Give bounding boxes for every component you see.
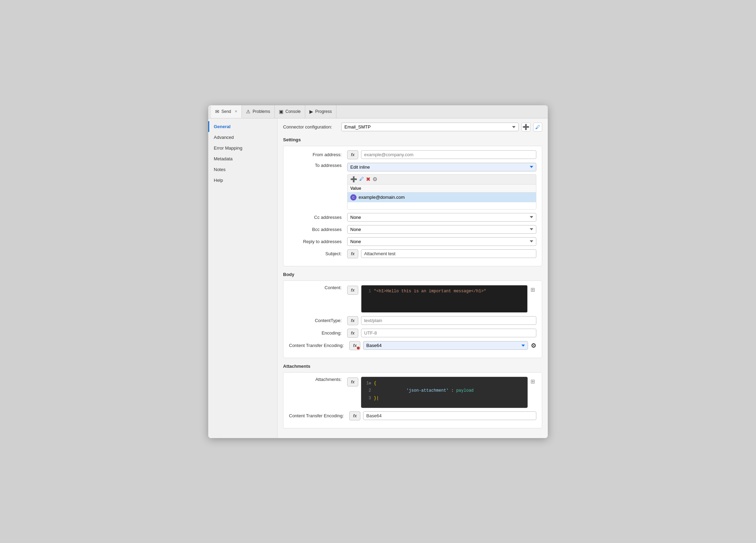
connector-config-select[interactable]: Email_SMTP bbox=[341, 123, 519, 131]
bcc-label: Bcc addresses bbox=[289, 227, 344, 232]
connector-config-label: Connector configuration: bbox=[283, 124, 339, 130]
encoding-label: Encoding: bbox=[289, 330, 344, 336]
content-editor-wrapper: 1 "<h1>Hello this is an important messag… bbox=[361, 285, 536, 313]
from-address-input[interactable] bbox=[361, 150, 536, 159]
content-code-editor[interactable]: 1 "<h1>Hello this is an important messag… bbox=[361, 285, 528, 313]
email-avatar: C bbox=[350, 194, 357, 201]
content-type-row: ContentType: fx bbox=[289, 316, 536, 325]
bcc-select[interactable]: None bbox=[347, 225, 536, 234]
transfer-encoding-label: Content Transfer Encoding: bbox=[289, 343, 346, 348]
attachments-section-header: Attachments bbox=[283, 364, 542, 369]
sidebar-item-metadata[interactable]: Metadata bbox=[208, 153, 277, 164]
tab-problems-label: Problems bbox=[253, 109, 270, 114]
to-addresses-row: To addresses Edit inline ➕ 🖊 ✖ ⚙ bbox=[289, 163, 536, 210]
bcc-addresses-row: Bcc addresses None bbox=[289, 225, 536, 234]
transfer-encoding-row: Content Transfer Encoding: fx Base64 ⚙ bbox=[289, 341, 536, 350]
sidebar-item-general[interactable]: General bbox=[208, 121, 277, 132]
body-form: Content: fx 1 "<h1>Hello this is an impo… bbox=[283, 281, 542, 358]
email-table: Value C example@domain.com bbox=[347, 185, 536, 210]
reply-to-select[interactable]: None bbox=[347, 237, 536, 246]
content-type-fx-button[interactable]: fx bbox=[347, 316, 358, 325]
attach-gutter: 1⊖ 2 3 bbox=[364, 380, 371, 405]
attach-content: { 'json-attachment' : payload }| bbox=[374, 380, 525, 405]
attach-transfer-fx-button[interactable]: fx bbox=[349, 411, 360, 420]
attach-line3: 3 bbox=[364, 395, 371, 402]
edit-email-button[interactable]: 🖊 bbox=[359, 177, 364, 182]
sidebar: General Advanced Error Mapping Metadata … bbox=[208, 118, 278, 438]
reply-to-row: Reply to addresses None bbox=[289, 237, 536, 246]
tab-progress[interactable]: ▶ Progress bbox=[305, 105, 336, 118]
add-email-button[interactable]: ➕ bbox=[350, 177, 357, 182]
transfer-encoding-settings-icon[interactable]: ⚙ bbox=[531, 342, 536, 349]
sidebar-general-label: General bbox=[214, 124, 230, 129]
inline-toolbar: ➕ 🖊 ✖ ⚙ bbox=[347, 174, 536, 185]
settings-section-header: Settings bbox=[283, 137, 542, 142]
encoding-input[interactable] bbox=[361, 329, 536, 337]
sidebar-item-notes[interactable]: Notes bbox=[208, 164, 277, 175]
progress-tab-icon: ▶ bbox=[309, 109, 313, 114]
content-area: Connector configuration: Email_SMTP ➕ 🖊 … bbox=[278, 118, 548, 438]
tab-console[interactable]: ▣ Console bbox=[275, 105, 305, 118]
main-window: ✉ Send ✕ ⚠ Problems ▣ Console ▶ Progress… bbox=[208, 105, 548, 438]
tab-problems[interactable]: ⚠ Problems bbox=[242, 105, 275, 118]
content-fx-button[interactable]: fx bbox=[347, 286, 358, 295]
sidebar-item-advanced[interactable]: Advanced bbox=[208, 132, 277, 143]
email-table-row[interactable]: C example@domain.com bbox=[348, 193, 536, 202]
settings-form: From address: fx To addresses Edit inlin… bbox=[283, 146, 542, 266]
subject-fx-button[interactable]: fx bbox=[347, 249, 358, 258]
to-addresses-select[interactable]: Edit inline bbox=[347, 163, 536, 171]
expand-icon[interactable]: ⊞ bbox=[529, 285, 536, 294]
attachments-fx-button[interactable]: fx bbox=[347, 377, 358, 386]
reply-to-label: Reply to addresses bbox=[289, 239, 344, 244]
sidebar-metadata-label: Metadata bbox=[214, 156, 232, 161]
sidebar-notes-label: Notes bbox=[214, 167, 226, 172]
edit-connector-button[interactable]: 🖊 bbox=[533, 123, 542, 132]
add-connector-button[interactable]: ➕ bbox=[521, 123, 530, 132]
transfer-encoding-select[interactable]: Base64 bbox=[363, 341, 528, 350]
attach-expand-icon[interactable]: ⊞ bbox=[529, 377, 536, 386]
to-addresses-inline-editor: ➕ 🖊 ✖ ⚙ Value C example@domain.com bbox=[347, 174, 536, 210]
connector-config-row: Connector configuration: Email_SMTP ➕ 🖊 bbox=[283, 123, 542, 132]
cc-select[interactable]: None bbox=[347, 213, 536, 222]
tab-send-close[interactable]: ✕ bbox=[235, 109, 237, 113]
main-layout: General Advanced Error Mapping Metadata … bbox=[208, 118, 548, 438]
content-row: Content: fx 1 "<h1>Hello this is an impo… bbox=[289, 285, 536, 313]
from-address-label: From address: bbox=[289, 152, 344, 157]
transfer-encoding-fx-button[interactable]: fx bbox=[349, 341, 360, 350]
code-string: "<h1>Hello this is an important message<… bbox=[374, 289, 486, 294]
subject-row: Subject: fx bbox=[289, 249, 536, 258]
attach-transfer-encoding-row: Content Transfer Encoding: fx bbox=[289, 411, 536, 420]
subject-label: Subject: bbox=[289, 251, 344, 256]
to-addresses-label: To addresses bbox=[289, 163, 344, 168]
content-type-label: ContentType: bbox=[289, 318, 344, 323]
delete-email-button[interactable]: ✖ bbox=[366, 177, 370, 182]
code-content: "<h1>Hello this is an important message<… bbox=[374, 288, 525, 310]
encoding-fx-button[interactable]: fx bbox=[347, 329, 358, 338]
attach-code-line3: }| bbox=[374, 395, 525, 402]
attach-code-line1: { bbox=[374, 380, 525, 388]
cc-addresses-row: Cc addresses None bbox=[289, 213, 536, 222]
attach-transfer-label: Content Transfer Encoding: bbox=[289, 413, 346, 418]
attachments-form: Attachments: fx 1⊖ 2 3 { bbox=[283, 372, 542, 428]
subject-input[interactable] bbox=[361, 249, 536, 258]
sidebar-item-error-mapping[interactable]: Error Mapping bbox=[208, 143, 277, 153]
email-value: example@domain.com bbox=[359, 195, 405, 200]
cc-label: Cc addresses bbox=[289, 215, 344, 220]
tab-send[interactable]: ✉ Send ✕ bbox=[211, 105, 242, 118]
send-tab-icon: ✉ bbox=[215, 109, 219, 114]
sidebar-error-mapping-label: Error Mapping bbox=[214, 145, 242, 151]
content-type-input[interactable] bbox=[361, 316, 536, 325]
tab-progress-label: Progress bbox=[315, 109, 332, 114]
attachments-editor-wrapper: 1⊖ 2 3 { 'json-attachment' : payload }| bbox=[361, 377, 536, 408]
body-section-header: Body bbox=[283, 272, 542, 277]
attach-line1: 1⊖ bbox=[364, 380, 371, 388]
content-label: Content: bbox=[289, 285, 344, 290]
sidebar-item-help[interactable]: Help bbox=[208, 175, 277, 186]
tab-console-label: Console bbox=[285, 109, 301, 114]
attach-transfer-input[interactable] bbox=[363, 411, 536, 420]
attachments-row: Attachments: fx 1⊖ 2 3 { bbox=[289, 377, 536, 408]
attachments-code-editor[interactable]: 1⊖ 2 3 { 'json-attachment' : payload }| bbox=[361, 377, 528, 408]
settings-email-button[interactable]: ⚙ bbox=[372, 177, 377, 182]
from-address-fx-button[interactable]: fx bbox=[347, 150, 358, 159]
table-header: Value bbox=[348, 185, 536, 193]
